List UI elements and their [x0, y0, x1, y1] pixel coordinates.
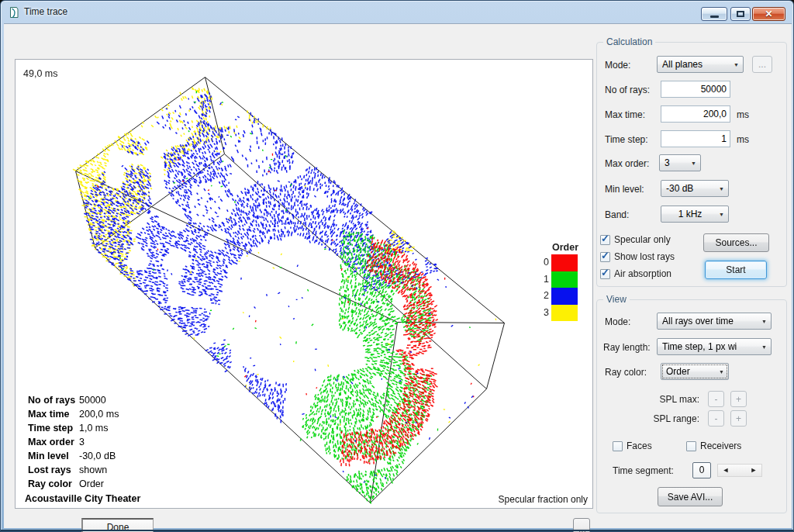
info-value: 1,0 ms	[79, 423, 109, 434]
air-absorption-checkbox[interactable]: ✓	[600, 269, 610, 279]
no-of-rays-input[interactable]	[661, 81, 730, 98]
spl-max-minus-button[interactable]: -	[708, 391, 724, 407]
info-value: 3	[79, 437, 85, 447]
plot-options-button[interactable]: ...	[573, 518, 590, 532]
show-lost-rays-label: Show lost rays	[614, 251, 675, 262]
info-panel: No of rays50000 Max time200,0 ms Time st…	[28, 393, 140, 506]
chevron-down-icon: ▼	[761, 319, 767, 324]
ray-color-select[interactable]: Order ▼	[661, 363, 729, 380]
titlebar[interactable]: Time trace ✕	[1, 1, 793, 23]
info-value: Order	[79, 478, 104, 489]
ray-color-label: Ray color:	[605, 367, 647, 378]
max-time-input[interactable]	[661, 105, 730, 123]
time-segment-value[interactable]: 0	[692, 462, 711, 478]
legend-title: Order	[552, 242, 578, 253]
check-icon: ✓	[601, 250, 609, 261]
chevron-down-icon: ▼	[734, 62, 739, 67]
check-icon: ✓	[601, 267, 609, 278]
spl-range-minus-button[interactable]: -	[708, 410, 724, 427]
time-step-unit: ms	[737, 134, 749, 145]
legend-row: 3	[540, 305, 578, 322]
max-time-unit: ms	[737, 109, 749, 120]
view-mode-select[interactable]: All rays over time ▼	[657, 313, 772, 330]
view-group-title: View	[603, 294, 630, 305]
legend-color-swatch	[551, 254, 578, 271]
air-absorption-label: Air absorption	[614, 268, 671, 279]
mode-select[interactable]: All planes ▼	[657, 56, 744, 73]
client-area: 49,0 ms Order 0 1 2 3 No of rays50000 Ma…	[4, 23, 792, 528]
specular-fraction-label: Specular fraction only	[499, 494, 588, 505]
info-row: Time step1,0 ms	[28, 421, 140, 435]
mode-label: Mode:	[605, 60, 630, 71]
spl-range-label: SPL range:	[603, 413, 699, 424]
chevron-down-icon: ▼	[719, 186, 724, 192]
info-value: 200,0 ms	[79, 409, 119, 420]
max-order-label: Max order:	[605, 158, 649, 169]
room-name-label: Acoustaville City Theater	[25, 492, 140, 506]
calculation-group: Calculation Mode: All planes ▼ ... No of…	[596, 42, 787, 287]
mode-options-button[interactable]: ...	[752, 56, 772, 73]
legend-row: 2	[540, 288, 578, 305]
show-lost-rays-checkbox[interactable]: ✓	[600, 252, 610, 262]
save-avi-button[interactable]: Save AVI...	[658, 487, 723, 506]
band-select[interactable]: 1 kHz ▼	[661, 206, 729, 223]
check-icon: ✓	[601, 233, 609, 244]
receivers-label: Receivers	[700, 440, 741, 451]
view-mode-label: Mode:	[605, 316, 630, 327]
ray-length-label: Ray length:	[603, 342, 651, 353]
time-segment-spinner: ◄ ►	[717, 464, 762, 477]
receivers-checkbox[interactable]: ✓	[686, 441, 696, 451]
window-title: Time trace	[24, 6, 67, 17]
max-time-label: Max time:	[605, 109, 645, 120]
max-order-select[interactable]: 3 ▼	[659, 154, 701, 171]
minimize-icon	[710, 16, 719, 18]
legend-row: 1	[540, 271, 578, 288]
info-value: shown	[79, 465, 107, 475]
app-icon	[8, 6, 20, 19]
time-segment-next-button[interactable]: ►	[747, 466, 760, 474]
specular-only-checkbox[interactable]: ✓	[600, 235, 610, 245]
info-row: Max order3	[28, 435, 140, 449]
chevron-down-icon: ▼	[691, 161, 696, 166]
info-value: 50000	[79, 395, 106, 406]
legend-color-swatch	[551, 288, 578, 305]
min-level-label: Min level:	[605, 184, 644, 195]
faces-label: Faces	[627, 440, 652, 451]
legend-color-swatch	[551, 305, 578, 322]
view-group: View Mode: All rays over time ▼ Ray leng…	[596, 299, 787, 513]
spl-range-plus-button[interactable]: +	[730, 410, 747, 427]
maximize-icon	[737, 11, 744, 17]
chevron-down-icon: ▼	[719, 212, 724, 217]
time-trace-window: Time trace ✕ 49,0 ms Order 0 1 2 3 No of…	[0, 0, 794, 532]
no-of-rays-label: No of rays:	[605, 85, 650, 95]
chevron-down-icon: ▼	[719, 369, 724, 375]
spl-max-label: SPL max:	[603, 394, 699, 405]
info-row: Max time200,0 ms	[28, 407, 140, 421]
minimize-button[interactable]	[701, 7, 727, 21]
start-button[interactable]: Start	[705, 261, 767, 279]
info-row: Min level-30,0 dB	[28, 449, 140, 463]
maximize-button[interactable]	[730, 7, 751, 21]
time-cursor-label: 49,0 ms	[23, 68, 57, 79]
legend-color-swatch	[551, 271, 578, 288]
time-segment-prev-button[interactable]: ◄	[720, 466, 732, 474]
info-row: Ray colorOrder	[28, 477, 140, 491]
info-value: -30,0 dB	[79, 451, 116, 461]
spl-max-plus-button[interactable]: +	[730, 391, 747, 407]
order-legend: Order 0 1 2 3	[540, 242, 578, 321]
legend-row: 0	[540, 254, 578, 271]
info-row: Lost raysshown	[28, 463, 140, 477]
faces-checkbox[interactable]: ✓	[613, 441, 623, 451]
time-step-label: Time step:	[605, 134, 648, 145]
plot-area: 49,0 ms Order 0 1 2 3 No of rays50000 Ma…	[15, 59, 593, 509]
calculation-group-title: Calculation	[603, 36, 655, 47]
sources-button[interactable]: Sources...	[703, 233, 769, 252]
min-level-select[interactable]: -30 dB ▼	[661, 180, 729, 197]
ray-length-select[interactable]: Time step, 1 px wi ▼	[657, 338, 772, 355]
band-label: Band:	[605, 209, 629, 220]
done-button[interactable]: Done	[81, 518, 154, 532]
close-icon: ✕	[753, 9, 785, 19]
time-segment-label: Time segment:	[613, 465, 674, 476]
time-step-input[interactable]	[661, 130, 730, 147]
close-button[interactable]: ✕	[752, 7, 785, 21]
